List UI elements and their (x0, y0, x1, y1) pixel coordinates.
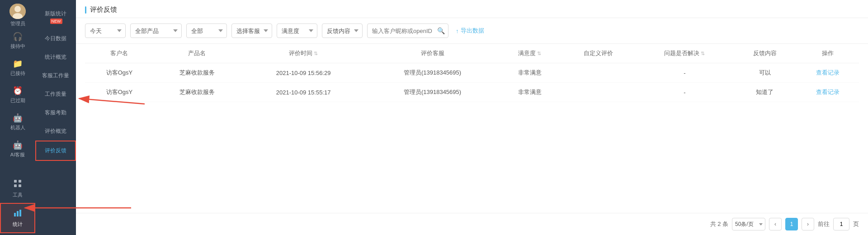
folder-icon: 📁 (13, 59, 23, 69)
cell-product: 芝麻收款服务 (154, 83, 241, 102)
cell-customer: 访客OgsY (85, 63, 154, 83)
cs-filter[interactable]: 选择客服 (231, 24, 272, 38)
robot-icon: 🤖 (13, 113, 23, 123)
type-filter[interactable]: 全部 好评 中评 差评 (186, 24, 227, 38)
sidebar-item-label: AI客服 (10, 151, 25, 158)
page-suffix: 页 (853, 220, 859, 228)
svg-rect-6 (19, 184, 21, 187)
sidebar-item-label: 统计 (13, 221, 23, 228)
satisfaction-filter[interactable]: 满意度 非常满意 满意 一般 不满意 (277, 24, 317, 38)
sidebar-item-label: 已接待 (10, 70, 25, 77)
goto-label: 前往 (818, 220, 830, 228)
svg-rect-9 (19, 210, 21, 216)
tools-icon (13, 179, 22, 190)
table-row: 访客OgsY芝麻收款服务2021-10-09 15:55:17管理员(13918… (85, 83, 859, 102)
page-goto-input[interactable] (833, 218, 849, 230)
export-button[interactable]: ↑ 导出数据 (456, 27, 484, 35)
svg-rect-8 (17, 211, 19, 216)
sidebar-item-ai[interactable]: 🤖 AI客服 (0, 136, 35, 163)
sort-icon-sat: ⇅ (537, 51, 541, 56)
avatar-section: 管理员 (0, 0, 35, 27)
search-input[interactable] (367, 24, 448, 38)
page-1-button[interactable]: 1 (785, 218, 798, 230)
cell-action[interactable]: 查看记录 (796, 83, 859, 102)
cell-custom (561, 83, 636, 102)
cell-feedback: 可以 (734, 63, 797, 83)
cell-feedback: 知道了 (734, 83, 797, 102)
cell-product: 芝麻收款服务 (154, 63, 241, 83)
export-icon: ↑ (456, 28, 459, 34)
page-header: 评价反馈 (76, 0, 868, 18)
sub-item-today[interactable]: 今日数据 (35, 29, 76, 48)
sidebar: 管理员 🎧 接待中 📁 已接待 ⏰ 已过期 🤖 机器人 🤖 AI客服 工具 统计 (0, 0, 35, 235)
cell-resolved: - (636, 63, 733, 83)
cell-action[interactable]: 查看记录 (796, 63, 859, 83)
feedback-filter[interactable]: 反馈内容 (322, 24, 363, 38)
sidebar-item-stats[interactable]: 统计 (0, 203, 35, 233)
table-wrap: 客户名 产品名 评价时间⇅ 评价客服 满意度⇅ 自定义评价 问题是否解决⇅ 反馈… (76, 44, 868, 213)
cell-satisfaction: 非常满意 (499, 63, 561, 83)
product-filter[interactable]: 全部产品 芝麻收款服务 (130, 24, 182, 38)
sidebar-item-overdue[interactable]: ⏰ 已过期 (0, 81, 35, 108)
sub-item-label: 今日数据 (45, 35, 66, 42)
page-size-select[interactable]: 50条/页 20条/页 100条/页 (732, 218, 765, 230)
sort-icon-time: ⇅ (314, 51, 318, 56)
col-time[interactable]: 评价时间⇅ (241, 44, 367, 63)
sub-item-label: 工作质量 (45, 91, 66, 97)
col-action: 操作 (796, 44, 859, 63)
svg-rect-3 (14, 180, 17, 183)
ai-icon: 🤖 (13, 140, 23, 150)
search-button[interactable]: 🔍 (437, 27, 445, 34)
pagination: 共 2 条 50条/页 20条/页 100条/页 ‹ 1 › 前往 页 (76, 213, 868, 235)
cell-time: 2021-10-09 15:56:29 (241, 63, 367, 83)
cell-resolved: - (636, 83, 733, 102)
sub-item-overview[interactable]: 统计概览 (35, 48, 76, 66)
cell-cs: 管理员(13918345695) (367, 63, 499, 83)
sub-item-new-stats[interactable]: 新版统计 NEW (35, 5, 76, 29)
col-custom: 自定义评价 (561, 44, 636, 63)
sub-sidebar: 新版统计 NEW 今日数据 统计概览 客服工作量 工作质量 客服考勤 评价概览 … (35, 0, 76, 235)
cell-custom (561, 63, 636, 83)
search-wrap: 🔍 (367, 24, 448, 38)
avatar (9, 4, 26, 19)
page-title-text: 评价反馈 (90, 5, 117, 14)
feedback-table: 客户名 产品名 评价时间⇅ 评价客服 满意度⇅ 自定义评价 问题是否解决⇅ 反馈… (85, 44, 859, 102)
cell-cs: 管理员(13918345695) (367, 83, 499, 102)
prev-page-button[interactable]: ‹ (769, 218, 782, 230)
sub-item-review-feedback[interactable]: 评价反馈 (35, 141, 76, 161)
sub-item-label: 新版统计 (45, 10, 66, 17)
stats-icon (13, 208, 22, 220)
sub-item-attendance[interactable]: 客服考勤 (35, 103, 76, 122)
sidebar-item-label: 接待中 (10, 43, 25, 50)
user-label: 管理员 (10, 20, 25, 27)
cell-satisfaction: 非常满意 (499, 83, 561, 102)
page-title: 评价反馈 (85, 5, 117, 14)
sub-item-label: 评价概览 (45, 128, 66, 134)
export-label: 导出数据 (461, 27, 484, 35)
sort-icon-resolved: ⇅ (701, 51, 705, 56)
svg-rect-5 (14, 184, 17, 187)
cell-time: 2021-10-09 15:55:17 (241, 83, 367, 102)
filter-bar: 今天 昨天 近7天 近30天 全部产品 芝麻收款服务 全部 好评 中评 差评 选… (76, 18, 868, 44)
sidebar-item-label: 机器人 (10, 124, 25, 131)
sidebar-item-robot[interactable]: 🤖 机器人 (0, 108, 35, 136)
sidebar-item-label: 工具 (13, 192, 23, 198)
table-row: 访客OgsY芝麻收款服务2021-10-09 15:56:29管理员(13918… (85, 63, 859, 83)
col-customer: 客户名 (85, 44, 154, 63)
sub-item-label: 客服考勤 (45, 109, 66, 116)
sub-item-review-browse[interactable]: 评价概览 (35, 122, 76, 141)
sub-item-label: 统计概览 (45, 54, 66, 60)
svg-rect-7 (14, 213, 16, 216)
sidebar-item-pending[interactable]: 🎧 接待中 (0, 27, 35, 54)
total-count: 共 2 条 (710, 220, 728, 228)
sidebar-item-tools[interactable]: 工具 (0, 174, 35, 203)
sub-item-cs-workload[interactable]: 客服工作量 (35, 66, 76, 85)
col-feedback: 反馈内容 (734, 44, 797, 63)
next-page-button[interactable]: › (802, 218, 814, 230)
sub-item-work-quality[interactable]: 工作质量 (35, 85, 76, 103)
date-filter[interactable]: 今天 昨天 近7天 近30天 (85, 24, 126, 38)
sidebar-item-done[interactable]: 📁 已接待 (0, 54, 35, 81)
col-resolved[interactable]: 问题是否解决⇅ (636, 44, 733, 63)
cell-customer: 访客OgsY (85, 83, 154, 102)
col-satisfaction[interactable]: 满意度⇅ (499, 44, 561, 63)
